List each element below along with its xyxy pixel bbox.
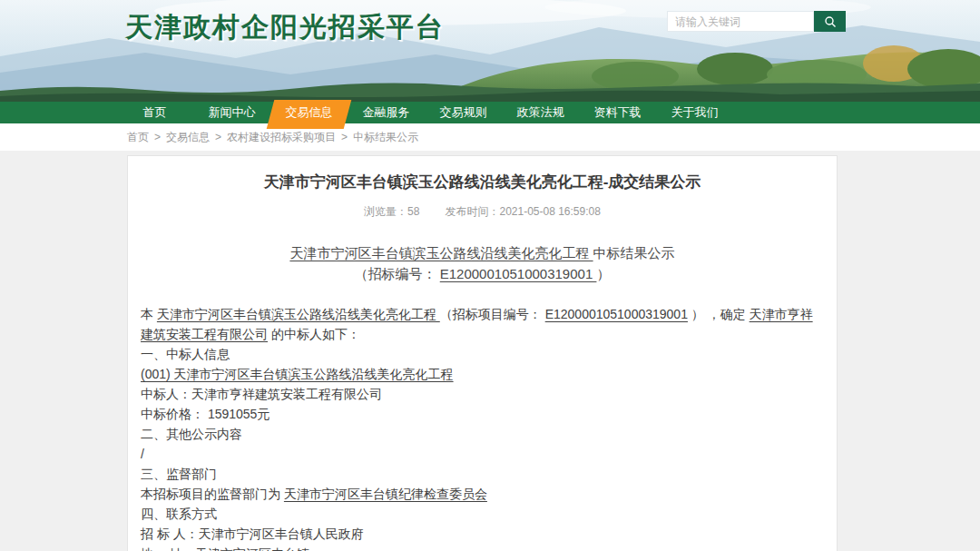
article-body: 本 天津市宁河区丰台镇滨玉公路线沿线美化亮化工程 （招标项目编号： E12000… (141, 304, 824, 551)
nav-item-label: 金融服务 (363, 105, 410, 119)
nav-item-label: 交易规则 (440, 105, 487, 119)
article-line: 本招标项目的监督部门为 天津市宁河区丰台镇纪律检查委员会 (141, 484, 824, 504)
article-line: 招 标 人：天津市宁河区丰台镇人民政府 (141, 524, 824, 544)
article-line: 一、中标人信息 (141, 344, 824, 364)
nav-item-policy[interactable]: 政策法规 (502, 102, 579, 123)
search-icon (824, 15, 837, 28)
article-line: 四、联系方式 (141, 504, 824, 524)
nav-item-about[interactable]: 关于我们 (656, 102, 733, 123)
breadcrumb: 首页 > 交易信息 > 农村建设招标采购项目 > 中标结果公示 (0, 123, 980, 151)
nav-item-news[interactable]: 新闻中心 (193, 102, 270, 123)
publish-time: 发布时间：2021-05-08 16:59:08 (445, 205, 600, 218)
nav-item-label: 资料下载 (594, 105, 642, 119)
nav-item-finance[interactable]: 金融服务 (348, 102, 425, 123)
nav-item-trade-rules[interactable]: 交易规则 (425, 102, 502, 123)
search-button[interactable] (814, 11, 846, 32)
nav-item-label: 政策法规 (517, 105, 564, 119)
breadcrumb-link-trade-info[interactable]: 交易信息 (166, 130, 210, 145)
views-value: 58 (407, 205, 419, 218)
views-count: 浏览量：58 (364, 205, 419, 218)
nav-item-downloads[interactable]: 资料下载 (579, 102, 656, 123)
breadcrumb-current: 中标结果公示 (353, 130, 418, 145)
breadcrumb-separator: > (341, 131, 348, 143)
article-line: / (141, 444, 824, 464)
breadcrumb-link-rural-projects[interactable]: 农村建设招标采购项目 (227, 130, 336, 145)
article-line: (001) 天津市宁河区丰台镇滨玉公路线沿线美化亮化工程 (141, 364, 824, 384)
nav-item-label: 交易信息 (286, 105, 333, 119)
nav-item-label: 新闻中心 (209, 105, 256, 119)
page-title: 天津市宁河区丰台镇滨玉公路线沿线美化亮化工程-成交结果公示 (141, 172, 824, 192)
search-box (667, 11, 846, 32)
article-line: 中标价格： 1591055元 (141, 404, 824, 424)
article-line: 本 天津市宁河区丰台镇滨玉公路线沿线美化亮化工程 （招标项目编号： E12000… (141, 304, 824, 344)
nav-item-label: 关于我们 (671, 105, 719, 119)
article-meta: 浏览量：58发布时间：2021-05-08 16:59:08 (141, 204, 824, 220)
search-input[interactable] (667, 11, 814, 32)
breadcrumb-link-home[interactable]: 首页 (127, 130, 149, 145)
subtitle-line: （招标编号： E1200001051000319001 ） (141, 263, 824, 284)
site-title: 天津政村企阳光招采平台 (125, 9, 445, 46)
article-line: 地 址：天津市宁河区丰台镇 (141, 544, 824, 551)
breadcrumb-separator: > (154, 131, 161, 143)
publish-time-value: 2021-05-08 16:59:08 (499, 205, 600, 218)
nav-item-trade-info[interactable]: 交易信息 (270, 102, 348, 123)
breadcrumb-separator: > (215, 131, 221, 143)
announcement-card: 天津市宁河区丰台镇滨玉公路线沿线美化亮化工程-成交结果公示 浏览量：58发布时间… (127, 155, 838, 551)
publish-time-label: 发布时间： (445, 205, 499, 218)
article-line: 三、监督部门 (141, 464, 824, 484)
article-subtitle: 天津市宁河区丰台镇滨玉公路线沿线美化亮化工程 中标结果公示 （招标编号： E12… (141, 242, 824, 284)
views-label: 浏览量： (364, 205, 407, 218)
nav-item-home[interactable]: 首页 (116, 102, 193, 123)
article-line: 中标人：天津市亨祥建筑安装工程有限公司 (141, 384, 824, 404)
subtitle-line: 天津市宁河区丰台镇滨玉公路线沿线美化亮化工程 中标结果公示 (141, 242, 824, 263)
nav-item-label: 首页 (143, 105, 167, 119)
page-body: 天津市宁河区丰台镇滨玉公路线沿线美化亮化工程-成交结果公示 浏览量：58发布时间… (0, 151, 980, 551)
article-line: 二、其他公示内容 (141, 424, 824, 444)
main-nav: 首页 新闻中心 交易信息 金融服务 交易规则 政策法规 资料下载 关于我们 (0, 102, 980, 123)
banner: 天津政村企阳光招采平台 (0, 0, 980, 102)
